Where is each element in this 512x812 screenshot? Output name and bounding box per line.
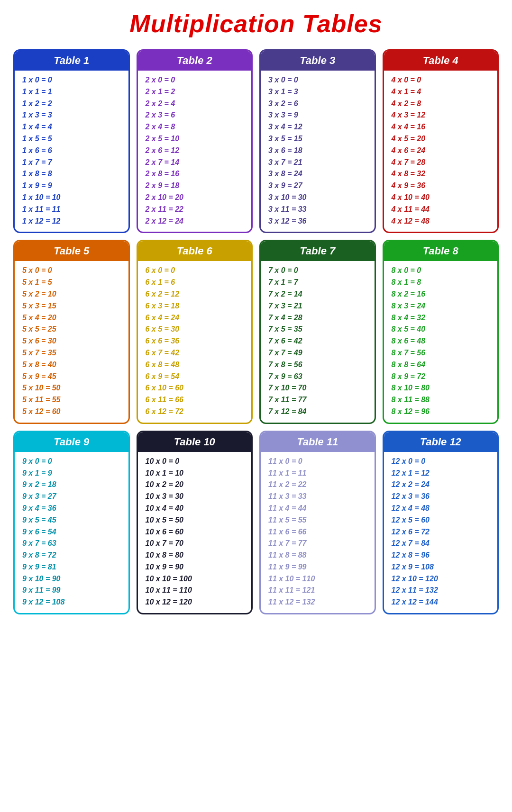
table-row: 1 x 5 = 5 — [22, 133, 127, 145]
table-label-2: Table 2 — [177, 54, 212, 66]
table-row: 7 x 8 = 56 — [268, 359, 373, 371]
table-row: 5 x 12 = 60 — [22, 406, 127, 418]
table-header-6: Table 6 — [138, 241, 252, 261]
table-row: 4 x 9 = 36 — [392, 180, 496, 192]
table-row: 6 x 8 = 48 — [146, 359, 250, 371]
table-row: 11 x 1 = 11 — [268, 468, 373, 479]
table-body-10: 10 x 0 = 010 x 1 = 1010 x 2 = 2010 x 3 =… — [138, 452, 252, 613]
table-row: 10 x 9 = 90 — [146, 561, 250, 573]
table-card-4: Table 44 x 0 = 04 x 1 = 44 x 2 = 84 x 3 … — [383, 49, 499, 233]
table-row: 5 x 9 = 45 — [22, 371, 127, 383]
table-row: 9 x 4 = 36 — [22, 503, 127, 514]
table-row: 5 x 5 = 25 — [22, 324, 127, 335]
table-header-8: Table 8 — [384, 241, 498, 261]
table-card-2: Table 22 x 0 = 02 x 1 = 22 x 2 = 42 x 3 … — [137, 49, 253, 233]
table-card-11: Table 1111 x 0 = 011 x 1 = 1111 x 2 = 22… — [259, 431, 376, 614]
table-row: 5 x 11 = 55 — [22, 394, 127, 406]
table-card-6: Table 66 x 0 = 06 x 1 = 66 x 2 = 126 x 3… — [137, 240, 253, 424]
table-row: 3 x 11 = 33 — [268, 204, 373, 216]
table-row: 3 x 2 = 6 — [268, 98, 373, 110]
table-row: 8 x 3 = 24 — [392, 300, 496, 312]
table-card-7: Table 77 x 0 = 07 x 1 = 77 x 2 = 147 x 3… — [259, 240, 376, 424]
table-card-10: Table 1010 x 0 = 010 x 1 = 1010 x 2 = 20… — [137, 431, 253, 614]
table-row: 6 x 12 = 72 — [146, 406, 250, 418]
table-row: 12 x 9 = 108 — [392, 561, 496, 573]
table-row: 2 x 5 = 10 — [146, 133, 250, 145]
table-row: 6 x 11 = 66 — [146, 394, 250, 406]
table-row: 9 x 5 = 45 — [22, 514, 127, 526]
table-row: 5 x 10 = 50 — [22, 382, 127, 394]
table-row: 1 x 0 = 0 — [22, 74, 127, 86]
table-row: 10 x 11 = 110 — [146, 585, 250, 596]
table-row: 11 x 4 = 44 — [268, 503, 373, 514]
table-row: 9 x 8 = 72 — [22, 550, 127, 561]
table-row: 4 x 2 = 8 — [392, 98, 496, 110]
page-title: Multiplication Tables — [9, 9, 503, 38]
table-row: 9 x 11 = 99 — [22, 585, 127, 596]
table-body-7: 7 x 0 = 07 x 1 = 77 x 2 = 147 x 3 = 217 … — [261, 261, 375, 422]
table-row: 12 x 4 = 48 — [392, 503, 496, 514]
table-label-6: Table 6 — [177, 245, 212, 257]
table-row: 1 x 9 = 9 — [22, 180, 127, 192]
table-row: 4 x 3 = 12 — [392, 109, 496, 121]
table-row: 5 x 0 = 0 — [22, 265, 127, 277]
table-row: 3 x 6 = 18 — [268, 145, 373, 157]
table-row: 7 x 2 = 14 — [268, 289, 373, 300]
table-body-1: 1 x 0 = 01 x 1 = 11 x 2 = 21 x 3 = 31 x … — [15, 71, 128, 232]
table-row: 4 x 12 = 48 — [392, 216, 496, 227]
table-row: 8 x 7 = 56 — [392, 347, 496, 359]
table-row: 12 x 10 = 120 — [392, 573, 496, 585]
table-row: 9 x 7 = 63 — [22, 538, 127, 550]
table-row: 3 x 10 = 30 — [268, 192, 373, 204]
table-row: 8 x 0 = 0 — [392, 265, 496, 277]
table-row: 10 x 1 = 10 — [146, 468, 250, 479]
table-row: 4 x 0 = 0 — [392, 74, 496, 86]
table-row: 12 x 8 = 96 — [392, 550, 496, 561]
table-row: 12 x 7 = 84 — [392, 538, 496, 550]
table-row: 12 x 2 = 24 — [392, 479, 496, 491]
table-row: 7 x 1 = 7 — [268, 277, 373, 289]
table-row: 10 x 10 = 100 — [146, 573, 250, 585]
table-row: 5 x 4 = 20 — [22, 312, 127, 324]
table-row: 11 x 6 = 66 — [268, 526, 373, 538]
table-header-1: Table 1 — [15, 51, 128, 71]
table-row: 1 x 3 = 3 — [22, 109, 127, 121]
table-row: 8 x 9 = 72 — [392, 371, 496, 383]
table-row: 12 x 11 = 132 — [392, 585, 496, 596]
table-row: 1 x 11 = 11 — [22, 204, 127, 216]
table-row: 6 x 7 = 42 — [146, 347, 250, 359]
table-row: 8 x 4 = 32 — [392, 312, 496, 324]
table-row: 7 x 3 = 21 — [268, 300, 373, 312]
table-row: 1 x 7 = 7 — [22, 157, 127, 169]
table-row: 4 x 6 = 24 — [392, 145, 496, 157]
table-row: 10 x 2 = 20 — [146, 479, 250, 491]
table-row: 11 x 5 = 55 — [268, 514, 373, 526]
table-row: 11 x 8 = 88 — [268, 550, 373, 561]
table-row: 9 x 0 = 0 — [22, 456, 127, 468]
table-row: 9 x 6 = 54 — [22, 526, 127, 538]
table-header-9: Table 9 — [15, 432, 128, 452]
table-label-1: Table 1 — [54, 54, 89, 66]
table-row: 3 x 0 = 0 — [268, 74, 373, 86]
table-row: 8 x 12 = 96 — [392, 406, 496, 418]
table-row: 3 x 8 = 24 — [268, 168, 373, 180]
table-row: 7 x 11 = 77 — [268, 394, 373, 406]
table-row: 9 x 10 = 90 — [22, 573, 127, 585]
table-row: 4 x 5 = 20 — [392, 133, 496, 145]
table-row: 2 x 7 = 14 — [146, 157, 250, 169]
table-row: 10 x 8 = 80 — [146, 550, 250, 561]
table-row: 3 x 4 = 12 — [268, 121, 373, 133]
table-body-2: 2 x 0 = 02 x 1 = 22 x 2 = 42 x 3 = 62 x … — [138, 71, 252, 232]
table-row: 8 x 5 = 40 — [392, 324, 496, 335]
table-card-3: Table 33 x 0 = 03 x 1 = 33 x 2 = 63 x 3 … — [259, 49, 376, 233]
table-card-5: Table 55 x 0 = 05 x 1 = 55 x 2 = 105 x 3… — [13, 240, 130, 424]
table-row: 11 x 12 = 132 — [268, 596, 373, 608]
table-row: 2 x 11 = 22 — [146, 204, 250, 216]
table-row: 2 x 4 = 8 — [146, 121, 250, 133]
table-row: 7 x 12 = 84 — [268, 406, 373, 418]
table-row: 4 x 10 = 40 — [392, 192, 496, 204]
table-row: 3 x 1 = 3 — [268, 86, 373, 98]
table-row: 2 x 9 = 18 — [146, 180, 250, 192]
table-header-2: Table 2 — [138, 51, 252, 71]
table-row: 9 x 3 = 27 — [22, 491, 127, 503]
